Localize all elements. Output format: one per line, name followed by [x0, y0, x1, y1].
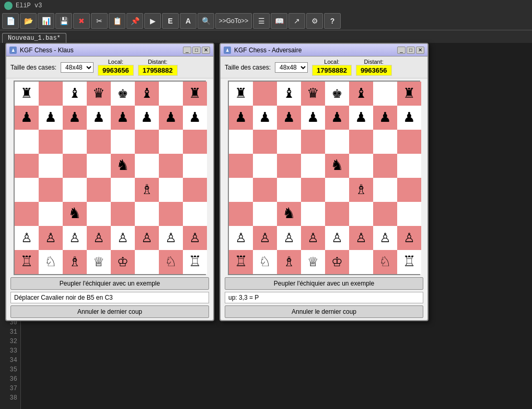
chess-cell[interactable] [15, 154, 39, 178]
chess-cell[interactable]: ♟ [325, 106, 349, 130]
chess-cell[interactable] [373, 82, 397, 106]
chess-cell[interactable]: ♟ [277, 106, 301, 130]
chess-cell[interactable] [301, 178, 325, 202]
chess-cell[interactable] [397, 130, 421, 154]
paste-btn[interactable]: 📌 [126, 13, 143, 29]
chess-populate-btn-1[interactable]: Peupler l'échiquier avec un exemple [10, 277, 209, 290]
chess-maximize-2[interactable]: □ [407, 47, 415, 54]
chess-cell[interactable] [39, 82, 63, 106]
chess-cell[interactable] [135, 154, 159, 178]
chess-cell[interactable] [397, 202, 421, 226]
chess-cell[interactable] [87, 178, 111, 202]
chess-cell[interactable]: ♝ [277, 82, 301, 106]
chess-cell[interactable]: ♙ [373, 226, 397, 250]
chess-cell[interactable] [229, 154, 253, 178]
chess-cell[interactable] [301, 202, 325, 226]
algo-btn[interactable]: A [180, 13, 196, 29]
chess-undo-btn-2[interactable]: Annuler le dernier coup [225, 305, 423, 318]
chess-cell[interactable]: ♙ [63, 226, 87, 250]
chess-cell[interactable]: ♟ [229, 106, 253, 130]
chess-cell[interactable] [159, 82, 183, 106]
chess-cell[interactable] [253, 178, 277, 202]
chess-cell[interactable] [325, 202, 349, 226]
chess-cell[interactable]: ♟ [373, 106, 397, 130]
chess-cell[interactable] [39, 154, 63, 178]
chess-cell[interactable]: ♙ [183, 226, 207, 250]
chess-cell[interactable] [111, 202, 135, 226]
chess-size-select-2[interactable]: 48x48 32x32 64x64 [275, 62, 308, 73]
chess-cell[interactable]: ♟ [253, 106, 277, 130]
chess-cell[interactable] [183, 178, 207, 202]
chess-cell[interactable]: ♙ [301, 226, 325, 250]
chess-cell[interactable] [39, 130, 63, 154]
chess-cell[interactable] [277, 178, 301, 202]
chess-undo-btn-1[interactable]: Annuler le dernier coup [10, 305, 209, 318]
chess-cell[interactable] [63, 178, 87, 202]
chess-close-2[interactable]: ✕ [416, 47, 424, 54]
menu-btn[interactable]: ☰ [253, 13, 270, 29]
help-btn[interactable]: ? [324, 13, 341, 29]
chess-cell[interactable] [63, 154, 87, 178]
chess-cell[interactable] [301, 154, 325, 178]
chess-cell[interactable]: ♙ [253, 226, 277, 250]
chess-cell[interactable]: ♚ [325, 82, 349, 106]
chess-cell[interactable]: ♘ [373, 250, 397, 274]
chess-cell[interactable]: ♙ [325, 226, 349, 250]
chess-cell[interactable] [349, 202, 373, 226]
chess-size-select-1[interactable]: 48x48 32x32 64x64 [61, 62, 94, 73]
chess-cell[interactable] [87, 154, 111, 178]
chess-cell[interactable]: ♟ [397, 106, 421, 130]
chess-cell[interactable] [277, 130, 301, 154]
chess-cell[interactable]: ♜ [397, 82, 421, 106]
chess-cell[interactable] [159, 130, 183, 154]
chess-cell[interactable]: ♗ [349, 178, 373, 202]
chess-cell[interactable]: ♗ [63, 250, 87, 274]
chess-cell[interactable]: ♘ [39, 250, 63, 274]
chess-cell[interactable] [373, 154, 397, 178]
chess-cell[interactable]: ♘ [159, 250, 183, 274]
chess-cell[interactable] [253, 130, 277, 154]
chess-cell[interactable]: ♟ [39, 106, 63, 130]
chess-cell[interactable]: ♙ [15, 226, 39, 250]
chess-cell[interactable]: ♞ [277, 202, 301, 226]
chess-cell[interactable] [253, 154, 277, 178]
chess-cell[interactable] [111, 130, 135, 154]
chess-cell[interactable]: ♟ [87, 106, 111, 130]
chess-cell[interactable]: ♙ [159, 226, 183, 250]
book-btn[interactable]: 📖 [271, 13, 287, 29]
copy-btn[interactable]: 📋 [109, 13, 125, 29]
chess-cell[interactable] [349, 154, 373, 178]
chess-cell[interactable]: ♙ [87, 226, 111, 250]
chess-cell[interactable] [253, 202, 277, 226]
chess-cell[interactable] [183, 202, 207, 226]
new-btn[interactable]: 📄 [2, 13, 19, 29]
chess-cell[interactable] [63, 130, 87, 154]
chess-cell[interactable]: ♟ [301, 106, 325, 130]
chess-cell[interactable] [87, 202, 111, 226]
chess-cell[interactable] [253, 82, 277, 106]
search-btn[interactable]: 🔍 [198, 13, 214, 29]
chess-cell[interactable]: ♖ [15, 250, 39, 274]
chess-cell[interactable] [325, 130, 349, 154]
chess-cell[interactable] [15, 130, 39, 154]
chess-cell[interactable]: ♙ [277, 226, 301, 250]
chess-cell[interactable] [135, 202, 159, 226]
chess-populate-btn-2[interactable]: Peupler l'échiquier avec un exemple [225, 277, 423, 290]
chess-minimize-2[interactable]: _ [397, 47, 406, 54]
project-btn[interactable]: 📊 [38, 13, 54, 29]
chess-cell[interactable] [39, 178, 63, 202]
chess-minimize-1[interactable]: _ [183, 47, 191, 54]
chess-cell[interactable]: ♙ [39, 226, 63, 250]
chess-cell[interactable] [349, 250, 373, 274]
chess-cell[interactable]: ♟ [159, 106, 183, 130]
chess-cell[interactable] [229, 178, 253, 202]
chess-cell[interactable]: ♜ [229, 82, 253, 106]
chess-cell[interactable] [229, 202, 253, 226]
chess-close-1[interactable]: ✕ [202, 47, 210, 54]
chess-cell[interactable]: ♘ [253, 250, 277, 274]
chess-cell[interactable] [397, 154, 421, 178]
chess-cell[interactable] [159, 202, 183, 226]
chess-cell[interactable] [277, 154, 301, 178]
chess-cell[interactable] [397, 178, 421, 202]
chess-cell[interactable]: ♜ [15, 82, 39, 106]
